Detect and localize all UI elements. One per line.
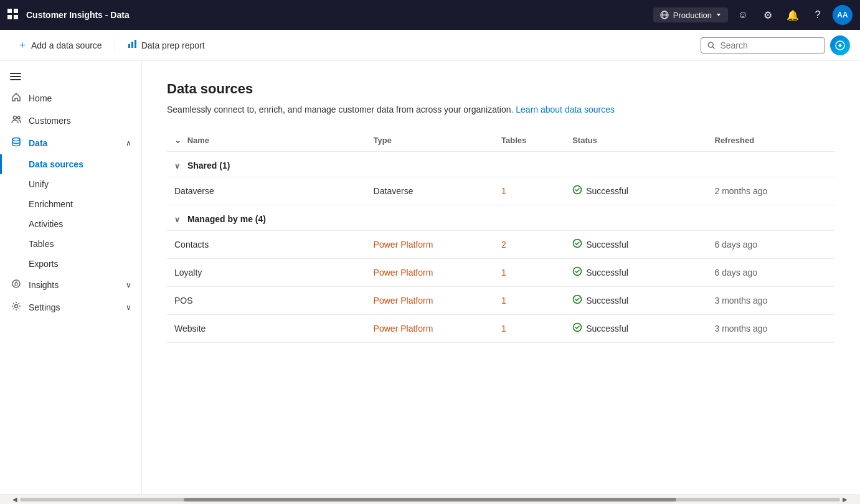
datasource-status: Successful bbox=[572, 266, 699, 279]
insights-icon bbox=[10, 279, 22, 291]
learn-link[interactable]: Learn about data sources bbox=[516, 105, 615, 114]
datasource-status: Successful bbox=[572, 238, 699, 251]
group-chevron-icon[interactable]: ∨ bbox=[174, 215, 180, 224]
col-header-name: ⌄ Name bbox=[167, 129, 366, 152]
home-icon bbox=[10, 92, 22, 105]
app-grid-icon[interactable] bbox=[7, 9, 19, 22]
toolbar: ＋ Add a data source Data prep report bbox=[0, 30, 860, 61]
svg-point-16 bbox=[17, 116, 20, 119]
datasource-refreshed: 3 months ago bbox=[715, 296, 768, 306]
col-header-tables: Tables bbox=[494, 129, 565, 152]
environment-selector[interactable]: Production bbox=[653, 7, 728, 22]
sidebar-item-enrichment[interactable]: Enrichment bbox=[0, 194, 141, 214]
horizontal-scrollbar: ◀ ▶ bbox=[0, 494, 860, 504]
app-title: Customer Insights - Data bbox=[26, 10, 653, 20]
page-description: Seamlessly connect to, enrich, and manag… bbox=[167, 105, 835, 114]
table-row[interactable]: Dataverse Dataverse 1 Successful 2 bbox=[167, 177, 835, 205]
smiley-icon-btn[interactable]: ☺ bbox=[733, 5, 753, 25]
settings-icon-btn[interactable]: ⚙ bbox=[758, 5, 778, 25]
datasource-refreshed: 6 days ago bbox=[715, 240, 758, 250]
svg-point-17 bbox=[12, 138, 20, 141]
datasource-name-link[interactable]: Loyalty bbox=[174, 268, 202, 278]
datasource-status: Successful bbox=[572, 185, 699, 197]
svg-rect-7 bbox=[128, 44, 130, 48]
table-group-header: ∨ Shared (1) bbox=[167, 152, 835, 177]
datasource-tables: 2 bbox=[501, 240, 506, 250]
sidebar-item-customers[interactable]: Customers bbox=[0, 110, 141, 132]
insights-chevron-icon: ∨ bbox=[126, 281, 131, 289]
datasource-refreshed: 6 days ago bbox=[715, 268, 758, 278]
sidebar-item-home[interactable]: Home bbox=[0, 87, 141, 110]
svg-rect-1 bbox=[14, 9, 18, 13]
datasource-type: Power Platform bbox=[374, 324, 433, 334]
datasource-name-link[interactable]: Dataverse bbox=[174, 186, 214, 196]
page-title: Data sources bbox=[167, 81, 835, 97]
environment-name: Production bbox=[673, 11, 712, 20]
datasource-type: Power Platform bbox=[374, 268, 433, 278]
bell-icon-btn[interactable]: 🔔 bbox=[783, 5, 803, 25]
search-icon bbox=[707, 41, 715, 50]
svg-point-18 bbox=[12, 280, 20, 287]
status-check-icon bbox=[572, 238, 582, 251]
sidebar-item-exports[interactable]: Exports bbox=[0, 254, 141, 274]
svg-rect-9 bbox=[135, 40, 136, 48]
topnav: Customer Insights - Data Production ☺ ⚙ … bbox=[0, 0, 860, 30]
sidebar-section-data[interactable]: Data ∧ bbox=[0, 132, 141, 154]
table-row[interactable]: POS Power Platform 1 Successful 3 bbox=[167, 287, 835, 315]
topnav-right: Production ☺ ⚙ 🔔 ? AA bbox=[653, 5, 853, 25]
sidebar-item-activities[interactable]: Activities bbox=[0, 214, 141, 234]
data-prep-report-button[interactable]: Data prep report bbox=[120, 35, 212, 55]
search-box[interactable] bbox=[701, 37, 825, 54]
data-chevron-icon: ∧ bbox=[126, 139, 131, 147]
datasource-refreshed: 3 months ago bbox=[715, 324, 768, 334]
main-content: Data sources Seamlessly connect to, enri… bbox=[142, 61, 860, 494]
sidebar-item-tables[interactable]: Tables bbox=[0, 234, 141, 254]
table-row[interactable]: Website Power Platform 1 Successful bbox=[167, 315, 835, 343]
datasource-refreshed: 2 months ago bbox=[715, 186, 768, 196]
datasource-type: Dataverse bbox=[374, 186, 413, 196]
sidebar-item-unify[interactable]: Unify bbox=[0, 174, 141, 194]
datasource-tables: 1 bbox=[501, 324, 506, 334]
datasource-name-link[interactable]: Website bbox=[174, 324, 206, 334]
add-datasource-button[interactable]: ＋ Add a data source bbox=[10, 35, 110, 55]
user-avatar[interactable]: AA bbox=[833, 5, 853, 25]
sidebar-section-insights[interactable]: Insights ∨ bbox=[0, 274, 141, 296]
svg-rect-8 bbox=[131, 42, 133, 48]
chart-icon bbox=[128, 39, 138, 52]
datasource-tables: 1 bbox=[501, 186, 506, 196]
svg-point-19 bbox=[15, 305, 18, 308]
datasource-status: Successful bbox=[572, 294, 699, 307]
datasource-name-link[interactable]: Contacts bbox=[174, 240, 209, 250]
sidebar-section-settings[interactable]: Settings ∨ bbox=[0, 296, 141, 319]
sort-name-icon[interactable]: ⌄ bbox=[174, 136, 181, 145]
hamburger-menu[interactable] bbox=[0, 66, 141, 87]
sidebar-item-data-sources[interactable]: Data sources bbox=[0, 154, 141, 174]
settings-icon bbox=[10, 301, 22, 314]
col-header-refreshed: Refreshed bbox=[707, 129, 836, 152]
scroll-track[interactable] bbox=[20, 498, 840, 502]
svg-rect-13 bbox=[10, 76, 21, 77]
datasource-type: Power Platform bbox=[374, 240, 433, 250]
col-header-status: Status bbox=[565, 129, 707, 152]
copilot-button[interactable] bbox=[830, 35, 850, 55]
status-check-icon bbox=[572, 322, 582, 335]
scroll-left-arrow[interactable]: ◀ bbox=[10, 496, 20, 503]
table-header-row: ⌄ Name Type Tables Status Refreshed bbox=[167, 129, 835, 152]
data-icon bbox=[10, 137, 22, 149]
svg-point-10 bbox=[708, 42, 713, 47]
table-row[interactable]: Contacts Power Platform 2 Successful bbox=[167, 231, 835, 259]
datasource-name-link[interactable]: POS bbox=[174, 296, 193, 306]
help-icon-btn[interactable]: ? bbox=[808, 5, 828, 25]
scroll-right-arrow[interactable]: ▶ bbox=[840, 496, 850, 503]
search-input[interactable] bbox=[720, 40, 818, 50]
svg-rect-0 bbox=[7, 9, 12, 13]
layout: Home Customers Data ∧ Data sources Unify… bbox=[0, 61, 860, 494]
group-chevron-icon[interactable]: ∨ bbox=[174, 162, 180, 170]
svg-line-11 bbox=[712, 47, 714, 49]
table-group-header: ∨ Managed by me (4) bbox=[167, 205, 835, 231]
data-sources-table: ⌄ Name Type Tables Status Refreshed bbox=[167, 129, 835, 343]
datasource-status: Successful bbox=[572, 322, 699, 335]
svg-rect-3 bbox=[14, 15, 18, 19]
table-row[interactable]: Loyalty Power Platform 1 Successful bbox=[167, 259, 835, 287]
svg-point-15 bbox=[14, 116, 17, 119]
